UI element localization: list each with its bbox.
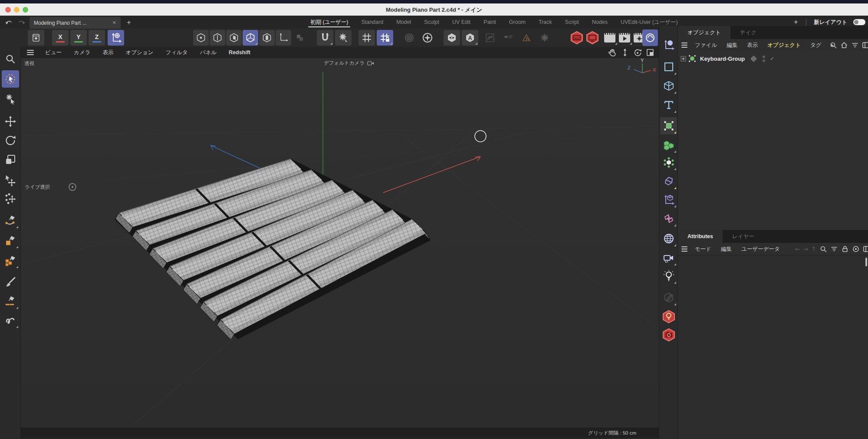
axis-gizmo[interactable]: Y X Z (628, 58, 656, 73)
layout-tab-script[interactable]: Script (559, 16, 585, 29)
generator-button[interactable] (660, 117, 677, 134)
volume-button[interactable] (660, 173, 677, 190)
orbit-icon[interactable] (633, 48, 642, 57)
layout-tab-standard[interactable]: Standard (355, 16, 390, 29)
spline-smooth-tool[interactable] (2, 311, 19, 329)
layout-tab-sculpt[interactable]: Sculpt (418, 16, 446, 29)
solo-mode-button[interactable]: A (462, 30, 478, 46)
workplane-grid-button[interactable] (358, 30, 375, 46)
document-tab[interactable]: Modeling Piano Part ... ✕ (30, 17, 121, 29)
menu-view[interactable]: ビュー (39, 49, 68, 56)
move-tool[interactable] (2, 113, 19, 130)
menu-file[interactable]: ファイル (690, 42, 722, 49)
line-cut-tool[interactable] (2, 292, 19, 310)
history-back-icon[interactable]: ← (795, 246, 800, 252)
mesh-check-settings-button[interactable] (536, 30, 553, 46)
modeling-options-button[interactable] (419, 30, 436, 46)
add-layout-button[interactable]: + (789, 18, 802, 26)
snap-toggle-button[interactable] (317, 30, 333, 46)
menu-options[interactable]: オプション (119, 49, 159, 56)
projection-label[interactable]: 透視 (24, 60, 34, 67)
history-forward-icon[interactable]: → (803, 246, 809, 252)
close-document-icon[interactable]: ✕ (112, 20, 116, 26)
text-spline-button[interactable] (660, 96, 677, 114)
polygons-mode-button[interactable] (226, 30, 242, 46)
menu-view2[interactable]: 表示 (742, 42, 763, 49)
search-icon[interactable] (829, 41, 837, 49)
panel-menu-icon[interactable] (681, 41, 687, 49)
piano-keyboard-mesh[interactable] (115, 159, 431, 340)
tab-attributes[interactable]: Attributes (678, 230, 723, 243)
coordinate-system-button[interactable] (108, 30, 124, 46)
menu-filter[interactable]: フィルタ (159, 49, 194, 56)
live-selection-tool[interactable] (2, 70, 19, 88)
array-generator-button[interactable] (660, 136, 677, 154)
redo-icon[interactable] (16, 18, 26, 26)
rotate-tool[interactable] (2, 132, 19, 149)
lock-icon[interactable] (841, 245, 849, 253)
layout-tab-paint[interactable]: Paint (477, 16, 503, 29)
track-target-icon[interactable] (852, 245, 860, 253)
filter-icon[interactable] (830, 245, 838, 253)
new-document-button[interactable]: + (127, 17, 131, 28)
menu-panel[interactable]: パネル (194, 49, 223, 56)
sketch-tool[interactable] (2, 232, 19, 249)
snap-settings-button[interactable] (335, 30, 352, 46)
enable-check-icon[interactable]: ✓ (770, 56, 774, 62)
menu-display[interactable]: 表示 (96, 49, 119, 56)
viewport-filter-search-button[interactable] (2, 50, 19, 68)
deformer-button[interactable] (660, 210, 677, 227)
redshift-camera-button[interactable] (660, 326, 677, 344)
layer-diamond-icon[interactable] (750, 55, 757, 62)
points-mode-button[interactable] (193, 30, 209, 46)
render-picture-viewer-button[interactable] (616, 30, 633, 46)
layout-toggle-switch[interactable] (853, 19, 865, 25)
object-name[interactable]: Keyboard-Group (700, 56, 745, 62)
cube-primitive-button[interactable] (660, 77, 677, 95)
layout-tab-track[interactable]: Track (532, 16, 559, 29)
dolly-zoom-icon[interactable] (621, 48, 629, 57)
new-layout-button[interactable]: 新レイアウト (810, 19, 852, 26)
filter-icon[interactable] (851, 41, 859, 49)
menu-camera[interactable]: カメラ (68, 49, 96, 56)
workplane-mode-button[interactable] (292, 30, 308, 46)
render-monitor-button[interactable] (584, 30, 601, 46)
x-axis-lock-button[interactable]: X (52, 30, 69, 46)
workplane-object-button[interactable] (660, 191, 677, 208)
show-options-button[interactable] (500, 30, 516, 46)
soft-selection-move-tool[interactable] (2, 190, 19, 207)
scrollbar-thumb[interactable] (865, 258, 867, 266)
brush-tool[interactable] (2, 273, 19, 291)
camera-object-button[interactable] (660, 249, 677, 266)
search-icon[interactable] (819, 245, 827, 253)
edges-mode-button[interactable] (210, 30, 225, 46)
panel-menu-icon[interactable] (681, 245, 687, 253)
undo-icon[interactable] (4, 18, 14, 26)
tab-objects[interactable]: オブジェクト (678, 26, 730, 39)
object-axis-button[interactable] (276, 30, 291, 46)
object-row-keyboard-group[interactable]: Keyboard-Group ✓ (678, 53, 868, 64)
spline-pen-tool[interactable] (2, 212, 19, 229)
layout-tab-model[interactable]: Model (390, 16, 418, 29)
axis-mode-button[interactable] (259, 30, 275, 46)
plane-primitive-button[interactable] (660, 58, 677, 75)
edit-material-button-disabled[interactable] (660, 289, 677, 306)
object-tree[interactable]: Keyboard-Group ✓ (678, 51, 868, 230)
y-axis-lock-button[interactable]: Y (70, 30, 87, 46)
menu-objects[interactable]: オブジェクト (763, 42, 806, 49)
sky-environment-button[interactable] (660, 230, 677, 247)
redshift-button[interactable] (642, 29, 658, 46)
light-object-button[interactable] (660, 267, 677, 285)
menu-tags[interactable]: タグ (806, 42, 826, 49)
layout-tab-groom[interactable]: Groom (503, 16, 532, 29)
camera-label-group[interactable]: デフォルトカメラ (324, 60, 374, 66)
menu-redshift[interactable]: Redshift (223, 49, 256, 56)
effector-button[interactable] (660, 154, 677, 171)
menu-mode[interactable]: モード (690, 246, 716, 253)
expand-icon[interactable] (681, 56, 686, 62)
layout-tab-initial[interactable]: 初期 (ユーザー) (304, 16, 355, 29)
tab-layers[interactable]: レイヤー (723, 230, 764, 243)
tool-hint-icon[interactable] (69, 183, 76, 190)
render-active-view-button[interactable] (602, 30, 618, 46)
panel-cut-icon[interactable] (862, 41, 868, 49)
